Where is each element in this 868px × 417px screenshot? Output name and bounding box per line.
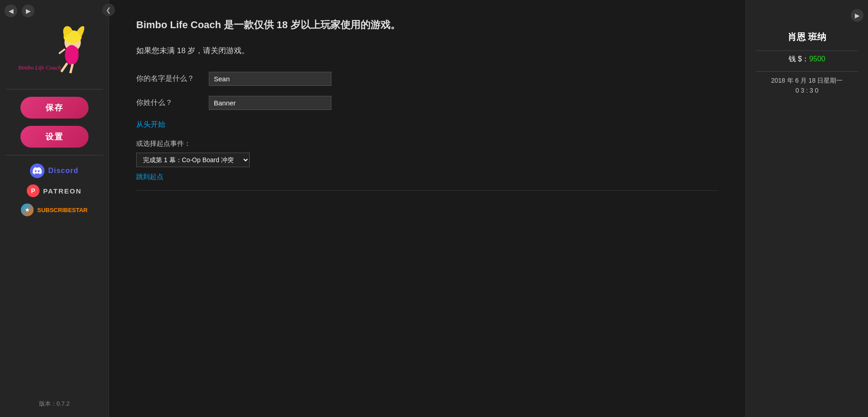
settings-button[interactable]: 设置 <box>20 126 89 148</box>
patreon-link[interactable]: P PATREON <box>27 184 82 197</box>
event-select[interactable]: 完成第 1 幕：Co-Op Board 冲突 <box>136 153 250 167</box>
left-sidebar: ❮ ◀ ▶ Bimbo Life Coach 保存 设置 <box>0 0 109 417</box>
discord-label: Discord <box>48 167 79 175</box>
subscribestar-label: SUBSCRIBESTAR <box>37 207 88 213</box>
save-button[interactable]: 保存 <box>20 97 89 119</box>
age-warning-title: Bimbo Life Coach 是一款仅供 18 岁以上玩家使用的游戏。 <box>136 18 718 32</box>
money-amount: 9500 <box>809 55 825 63</box>
last-name-input[interactable] <box>209 96 331 110</box>
patreon-label: PATREON <box>43 187 82 195</box>
game-logo: Bimbo Life Coach <box>14 22 95 81</box>
version-text: 版本：0.7.2 <box>39 400 70 412</box>
date-display: 2018 年 6 月 18 日星期一 0 3 : 3 0 <box>771 75 843 96</box>
player-name: 肖恩 班纳 <box>788 31 827 43</box>
first-name-label: 你的名字是什么？ <box>136 74 209 84</box>
discord-link[interactable]: Discord <box>30 164 79 178</box>
last-name-label: 你姓什么？ <box>136 98 209 108</box>
first-name-input[interactable] <box>209 72 331 86</box>
divider-1 <box>5 89 103 89</box>
main-content: Bimbo Life Coach 是一款仅供 18 岁以上玩家使用的游戏。 如果… <box>109 0 745 417</box>
right-expand-arrow[interactable]: ▶ <box>851 9 863 22</box>
social-links: Discord P PATREON ★ SUBSCRIBESTAR <box>21 164 88 216</box>
or-select-label: 或选择起点事件： <box>136 139 718 148</box>
first-name-row: 你的名字是什么？ <box>136 72 718 86</box>
nav-forward-button[interactable]: ▶ <box>22 5 35 17</box>
subscribestar-link[interactable]: ★ SUBSCRIBESTAR <box>21 204 88 216</box>
money-display: 钱 $：9500 <box>789 55 825 64</box>
nav-back-button[interactable]: ◀ <box>5 5 17 17</box>
svg-line-5 <box>59 49 65 54</box>
discord-icon <box>30 164 44 178</box>
right-divider-1 <box>756 50 858 51</box>
svg-line-3 <box>61 63 67 72</box>
age-warning-subtitle: 如果您未满 18 岁，请关闭游戏。 <box>136 45 718 56</box>
patreon-icon: P <box>27 184 39 197</box>
subscribestar-icon: ★ <box>21 204 34 216</box>
svg-text:Bimbo Life Coach: Bimbo Life Coach <box>18 64 61 71</box>
divider-2 <box>5 155 103 155</box>
last-name-row: 你姓什么？ <box>136 96 718 110</box>
svg-line-4 <box>70 64 73 73</box>
right-divider-2 <box>756 71 858 72</box>
jump-to-start-link[interactable]: 跳到起点 <box>136 173 718 181</box>
start-fresh-link[interactable]: 从头开始 <box>136 120 718 129</box>
main-divider <box>136 190 718 191</box>
sidebar-collapse-arrow[interactable]: ❮ <box>102 4 115 16</box>
right-panel: ▶ 肖恩 班纳 钱 $：9500 2018 年 6 月 18 日星期一 0 3 … <box>745 0 868 417</box>
svg-point-7 <box>71 47 79 56</box>
